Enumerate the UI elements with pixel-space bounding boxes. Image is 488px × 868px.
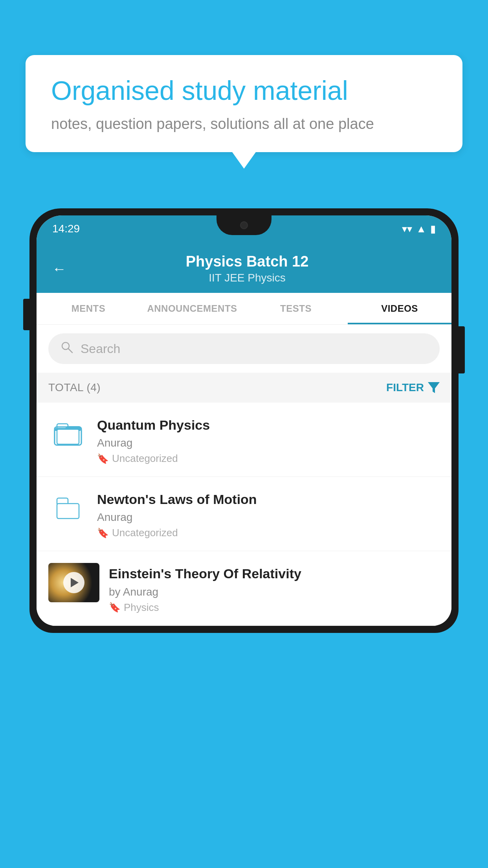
status-icons: ▾▾ ▲ ▮ [402, 223, 436, 235]
total-count: TOTAL (4) [48, 381, 101, 394]
status-time: 14:29 [52, 223, 80, 235]
tab-announcements[interactable]: ANNOUNCEMENTS [140, 293, 244, 324]
notch [216, 215, 272, 235]
video-author: by Anurag [109, 586, 440, 598]
bubble-title: Organised study material [51, 75, 437, 107]
content-area: Quantum Physics Anurag 🔖 Uncategorized [37, 403, 451, 626]
video-tag: 🔖 Uncategorized [97, 452, 440, 465]
video-author: Anurag [97, 437, 440, 449]
tag-label: Physics [124, 601, 159, 614]
header-title-block: Physics Batch 12 IIT JEE Physics [78, 253, 416, 284]
wifi-icon: ▾▾ [402, 223, 412, 235]
search-box[interactable]: Search [48, 333, 440, 364]
phone-wrapper: 14:29 ▾▾ ▲ ▮ ← Physics Batch 12 IIT JEE … [29, 208, 459, 868]
video-thumbnail [48, 563, 99, 602]
video-title: Einstein's Theory Of Relativity [109, 565, 440, 582]
filter-bar: TOTAL (4) FILTER [37, 373, 451, 403]
einstein-background [48, 563, 99, 602]
list-item[interactable]: Newton's Laws of Motion Anurag 🔖 Uncateg… [37, 477, 451, 551]
svg-rect-8 [57, 504, 79, 519]
phone-outer: 14:29 ▾▾ ▲ ▮ ← Physics Batch 12 IIT JEE … [29, 208, 459, 633]
video-title: Newton's Laws of Motion [97, 491, 440, 508]
filter-icon [428, 382, 440, 393]
tag-icon: 🔖 [97, 528, 109, 539]
tag-icon: 🔖 [109, 602, 121, 613]
back-button[interactable]: ← [52, 261, 66, 277]
camera-dot [240, 221, 248, 229]
video-tag: 🔖 Physics [109, 601, 440, 614]
tag-label: Uncategorized [112, 452, 178, 465]
tab-ments[interactable]: MENTS [37, 293, 140, 324]
svg-marker-2 [428, 382, 440, 393]
play-button[interactable] [63, 572, 84, 593]
search-icon [60, 340, 73, 357]
header-main-title: Physics Batch 12 [78, 253, 416, 270]
phone-screen: 14:29 ▾▾ ▲ ▮ ← Physics Batch 12 IIT JEE … [37, 215, 451, 626]
folder-icon [54, 420, 82, 448]
battery-icon: ▮ [430, 223, 436, 235]
video-info: Quantum Physics Anurag 🔖 Uncategorized [97, 414, 440, 465]
app-header: ← Physics Batch 12 IIT JEE Physics [37, 242, 451, 293]
play-icon [71, 578, 79, 587]
header-sub-title: IIT JEE Physics [78, 272, 416, 284]
folder-icon-container [48, 489, 88, 528]
filter-label: FILTER [386, 381, 424, 394]
folder-icon-container [48, 414, 88, 454]
tag-icon: 🔖 [97, 453, 109, 464]
list-item[interactable]: Quantum Physics Anurag 🔖 Uncategorized [37, 403, 451, 477]
video-info: Newton's Laws of Motion Anurag 🔖 Uncateg… [97, 489, 440, 539]
search-placeholder[interactable]: Search [81, 342, 120, 356]
svg-rect-6 [57, 429, 79, 444]
bubble-subtitle: notes, question papers, solutions all at… [51, 116, 437, 132]
tabs-bar: MENTS ANNOUNCEMENTS TESTS VIDEOS [37, 293, 451, 325]
speech-bubble-container: Organised study material notes, question… [26, 55, 462, 152]
filter-button[interactable]: FILTER [386, 381, 440, 394]
video-title: Quantum Physics [97, 416, 440, 434]
folder-icon [54, 494, 82, 522]
search-container: Search [37, 325, 451, 373]
tab-videos[interactable]: VIDEOS [348, 293, 451, 324]
list-item[interactable]: Einstein's Theory Of Relativity by Anura… [37, 551, 451, 625]
video-info: Einstein's Theory Of Relativity by Anura… [109, 563, 440, 613]
signal-icon: ▲ [416, 223, 426, 235]
video-author: Anurag [97, 511, 440, 524]
tag-label: Uncategorized [112, 527, 178, 539]
svg-line-1 [68, 349, 72, 353]
speech-bubble: Organised study material notes, question… [26, 55, 462, 152]
tab-tests[interactable]: TESTS [244, 293, 348, 324]
video-tag: 🔖 Uncategorized [97, 527, 440, 539]
status-bar: 14:29 ▾▾ ▲ ▮ [37, 215, 451, 242]
